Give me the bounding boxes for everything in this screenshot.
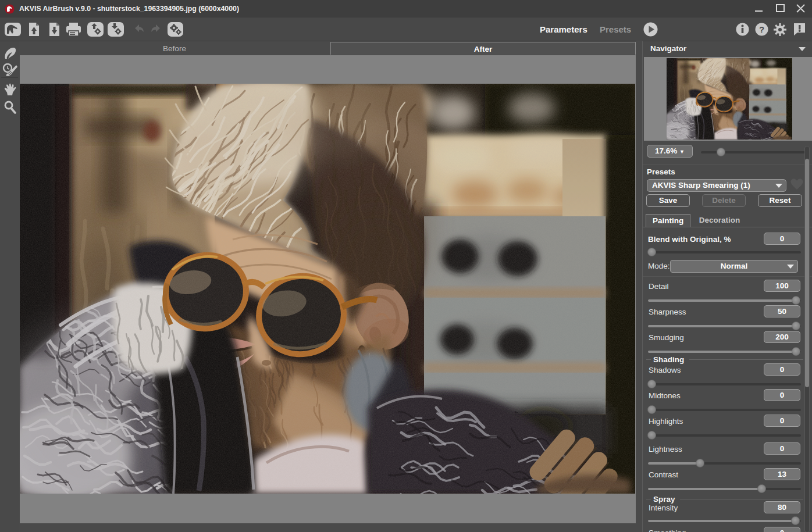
svg-text:?: ? <box>759 24 764 34</box>
